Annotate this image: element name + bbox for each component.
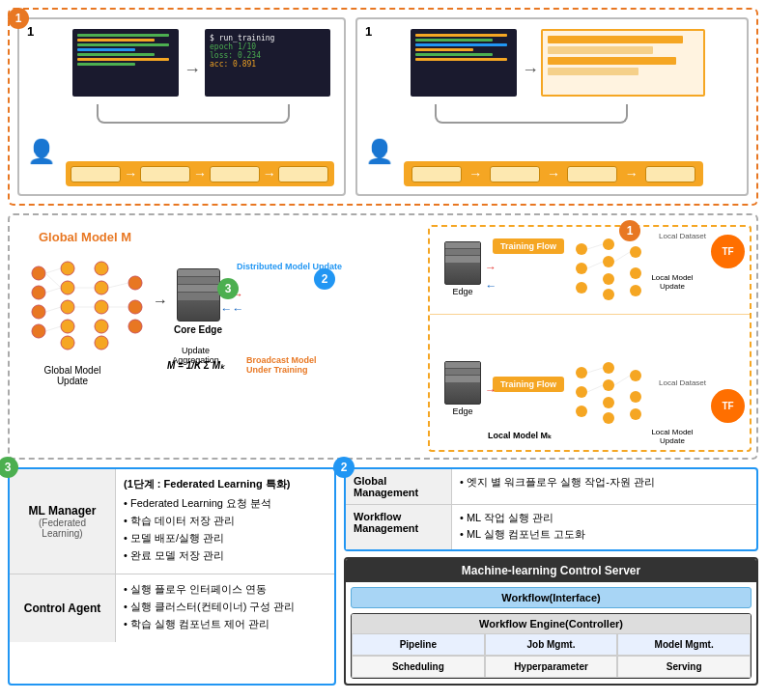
svg-point-11 <box>95 300 108 314</box>
ml-control-server: Machine-learning Control Server Workflow… <box>344 557 758 686</box>
svg-point-30 <box>603 256 614 267</box>
right-badge-2: 2 <box>333 457 355 478</box>
workflow-engine-header: Workflow Engine(Controller) <box>352 614 751 633</box>
flow-box-1 <box>71 166 121 182</box>
middle-badge-1: 1 <box>619 220 640 241</box>
ca-item-0: 실행 플로우 인터페이스 연동 <box>124 582 326 597</box>
svg-point-4 <box>61 262 74 275</box>
svg-point-13 <box>95 336 108 350</box>
svg-line-19 <box>45 288 61 293</box>
right-panel: 2 Global Management 엣지 별 워크플로우 실행 작업-자원 … <box>344 467 758 686</box>
svg-point-29 <box>603 238 614 250</box>
center-blue-arrow: →→ <box>220 302 243 316</box>
svg-point-44 <box>603 397 614 408</box>
curved-arrow <box>97 104 290 124</box>
blue-arrow-1: → <box>485 280 496 294</box>
svg-point-39 <box>576 367 587 378</box>
neural-net-right-top <box>570 235 662 302</box>
svg-line-20 <box>45 307 61 312</box>
terminal-block: $ run_training epoch 1/10 loss: 0.234 ac… <box>205 29 330 97</box>
global-mgmt-content: 엣지 별 워크플로우 실행 작업-자원 관리 <box>452 469 756 504</box>
cell-hyperparameter: Hyperparameter <box>485 656 618 678</box>
ml-manager-label: ML Manager (Federated Learning) <box>10 469 116 574</box>
svg-point-1 <box>32 286 45 299</box>
svg-point-15 <box>128 300 142 314</box>
svg-point-0 <box>32 266 45 280</box>
local-model-update-2-label: Local Model Update <box>638 428 706 445</box>
top-left-num: 1 <box>27 24 34 39</box>
svg-point-3 <box>32 324 45 338</box>
svg-point-48 <box>630 408 641 420</box>
svg-line-17 <box>45 268 61 273</box>
top-arrow-right: → <box>184 60 201 80</box>
workflow-engine-section: Workflow Engine(Controller) Pipeline Job… <box>351 613 752 679</box>
engine-grid: Pipeline Job Mgmt. Model Mgmt. Schedulin… <box>352 633 751 678</box>
code-block-right <box>411 29 517 97</box>
global-mgmt-label: Global Management <box>346 469 452 504</box>
svg-point-14 <box>128 276 142 290</box>
svg-line-21 <box>45 326 61 331</box>
ml-content-header: (1단계 : Federated Learning 특화) <box>124 477 326 491</box>
middle-badge-2: 2 <box>314 268 335 290</box>
ml-item-0: Federated Learning 요청 분석 <box>124 496 326 511</box>
flow-box-3 <box>210 166 260 182</box>
training-flow-2: Training Flow <box>493 377 564 392</box>
ml-manager-section: ML Manager (Federated Learning) (1단계 : F… <box>10 469 334 574</box>
global-mgmt-item-0: 엣지 별 워크플로우 실행 작업-자원 관리 <box>460 475 749 490</box>
svg-line-18 <box>45 273 61 288</box>
svg-point-45 <box>603 412 614 424</box>
edge-server-2: Edge <box>444 361 481 416</box>
person-icon-left: 👤 <box>27 138 56 165</box>
rflow-box-2 <box>490 166 540 182</box>
svg-point-9 <box>95 262 108 275</box>
svg-point-8 <box>61 336 74 350</box>
left-panel: ML Manager (Federated Learning) (1단계 : F… <box>8 467 336 686</box>
global-model-title: Global Model M <box>39 230 131 244</box>
red-arrow-2: → <box>485 383 496 397</box>
ml-item-1: 학습 데이터 저장 관리 <box>124 514 326 528</box>
svg-point-33 <box>630 246 641 258</box>
cell-pipeline: Pipeline <box>352 633 485 656</box>
neural-net-right-bottom <box>570 358 662 426</box>
svg-point-40 <box>576 386 587 398</box>
top-right-num: 1 <box>365 24 372 39</box>
svg-point-41 <box>576 406 587 417</box>
global-mgmt-row: Global Management 엣지 별 워크플로우 실행 작업-자원 관리 <box>346 469 756 505</box>
edge-server-1: Edge <box>444 241 481 296</box>
ml-item-2: 모델 배포/실행 관리 <box>124 531 326 546</box>
svg-point-42 <box>603 362 614 374</box>
mid-separator <box>430 314 750 315</box>
server-body: Workflow(Interface) Workflow Engine(Cont… <box>346 587 756 679</box>
svg-point-2 <box>32 305 45 319</box>
person-icon-right: 👤 <box>365 138 394 165</box>
svg-point-12 <box>95 320 108 333</box>
svg-point-10 <box>95 281 108 294</box>
workflow-interface-bar: Workflow(Interface) <box>351 587 752 608</box>
svg-line-49 <box>587 368 603 373</box>
middle-badge-3: 3 <box>217 278 239 299</box>
cell-model-mgmt: Model Mgmt. <box>617 633 751 656</box>
svg-point-27 <box>576 263 587 274</box>
ml-manager-title: ML Manager <box>29 504 97 518</box>
management-table: Global Management 엣지 별 워크플로우 실행 작업-자원 관리… <box>346 469 756 549</box>
local-model-mk-label: Local Model Mₖ <box>488 431 552 440</box>
workflow-mgmt-content: ML 작업 실행 관리 ML 실행 컴포넌트 고도화 <box>452 505 756 549</box>
svg-point-6 <box>61 300 74 314</box>
orange-flow-bar-right: → → → <box>404 161 703 186</box>
svg-point-46 <box>630 370 641 381</box>
svg-line-51 <box>614 376 630 385</box>
flow-box-2 <box>140 166 190 182</box>
middle-diagram: 1 2 3 Global Model M <box>8 213 758 460</box>
svg-line-37 <box>587 262 603 268</box>
core-edge-section: Core Edge <box>174 268 222 335</box>
red-arrow-1: → <box>485 261 496 274</box>
ca-item-2: 학습 실행 컴포넌트 제어 관리 <box>124 617 326 631</box>
workflow-mgmt-row: Workflow Management ML 작업 실행 관리 ML 실행 컴포… <box>346 505 756 549</box>
top-right-arrow: → <box>522 60 539 80</box>
arrow-to-core: → <box>153 293 168 310</box>
training-flow-1: Training Flow <box>493 238 564 254</box>
control-agent-content: 실행 플로우 인터페이스 연동 실행 클러스터(컨테이너) 구성 관리 학습 실… <box>116 574 334 642</box>
svg-point-43 <box>603 379 614 391</box>
top-right-diagram: 1 → <box>355 17 749 196</box>
core-edge-label: Core Edge <box>174 324 222 335</box>
